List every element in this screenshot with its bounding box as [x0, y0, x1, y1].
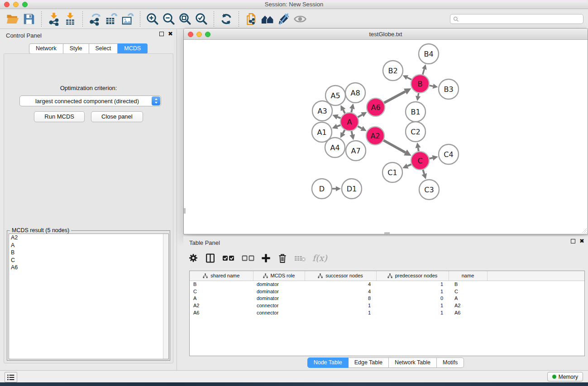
node-A7[interactable]: A7 — [346, 141, 366, 161]
table-row[interactable]: Bdominator41B — [190, 281, 585, 288]
export-image-button[interactable] — [120, 11, 136, 27]
edge-arrow-C-C2[interactable] — [416, 143, 421, 148]
network-canvas-area[interactable]: AA1A2A3A4A5A6A7A8BB1B2B3B4CC1C2C3C4DD1 — [184, 40, 588, 234]
table-row[interactable]: A6connector11A6 — [190, 309, 585, 316]
column-header-MCDS-role[interactable]: MCDS role — [253, 271, 305, 281]
deselect-all-button[interactable] — [241, 251, 255, 265]
float-table-panel-icon[interactable] — [571, 239, 575, 243]
node-A6[interactable]: A6 — [367, 98, 385, 116]
close-table-panel-icon[interactable]: ✖ — [579, 239, 584, 243]
node-D[interactable]: D — [312, 179, 332, 199]
zoom-selected-button[interactable] — [193, 11, 210, 27]
network-window-titlebar[interactable]: testGlobe.txt — [184, 29, 588, 40]
column-header-shared-name[interactable]: shared name — [190, 271, 253, 281]
run-mcds-button[interactable]: Run MCDS — [34, 111, 85, 122]
node-C1[interactable]: C1 — [382, 162, 402, 182]
edge-arrow-B-B3[interactable] — [433, 84, 438, 89]
mcds-result-list: A2ABCA6 — [9, 234, 169, 359]
node-C[interactable]: C — [411, 152, 429, 170]
column-header-name[interactable]: name — [449, 271, 487, 281]
function-builder-button[interactable]: f(x) — [312, 251, 327, 265]
node-C3[interactable]: C3 — [419, 180, 439, 200]
close-panel-icon[interactable]: ✖ — [168, 32, 173, 36]
show-graphics-details-button[interactable] — [292, 11, 308, 27]
tab-network-table[interactable]: Network Table — [389, 357, 437, 368]
tab-motifs[interactable]: Motifs — [437, 357, 464, 368]
column-header-successor-nodes[interactable]: successor nodes — [305, 271, 376, 281]
select-all-button[interactable] — [222, 251, 235, 265]
edge-arrow-D-D1[interactable] — [336, 186, 341, 191]
column-header-predecessor-nodes[interactable]: predecessor nodes — [376, 271, 449, 281]
mcds-result-item[interactable]: A2 — [9, 234, 168, 242]
tab-style[interactable]: Style — [63, 43, 89, 54]
edge-arrow-C-C4[interactable] — [432, 155, 438, 161]
network-graph[interactable]: AA1A2A3A4A5A6A7A8BB1B2B3B4CC1C2C3C4DD1 — [184, 40, 588, 234]
table-row[interactable]: A2connector11A2 — [190, 302, 585, 309]
node-A4[interactable]: A4 — [325, 138, 345, 157]
float-panel-icon[interactable] — [159, 32, 164, 36]
main-toolbar — [0, 9, 588, 29]
memory-button[interactable]: Memory — [547, 372, 583, 381]
node-D1[interactable]: D1 — [342, 179, 362, 199]
search-input[interactable] — [459, 15, 583, 23]
mcds-result-item[interactable]: C — [9, 257, 168, 264]
node-A2[interactable]: A2 — [366, 127, 384, 145]
table-options-button[interactable] — [188, 251, 199, 265]
mcds-result-item[interactable]: A6 — [9, 264, 168, 272]
zoom-in-button[interactable] — [144, 11, 161, 27]
edge-arrow-C-C3[interactable] — [422, 173, 427, 179]
save-session-button[interactable] — [21, 11, 37, 27]
table-row[interactable]: Cdominator41C — [190, 288, 585, 295]
edge-arrow-A-A7[interactable] — [349, 134, 355, 140]
export-network-button[interactable] — [87, 11, 103, 27]
task-history-button[interactable] — [5, 372, 17, 382]
node-B2[interactable]: B2 — [383, 61, 403, 81]
node-C2[interactable]: C2 — [406, 122, 425, 142]
hide-annotations-button[interactable] — [276, 11, 292, 27]
memory-status-icon — [552, 375, 556, 379]
search-field[interactable] — [450, 14, 583, 24]
node-B1[interactable]: B1 — [406, 102, 425, 122]
import-table-button[interactable] — [62, 11, 78, 27]
zoom-out-button[interactable] — [161, 11, 177, 27]
svg-text:D: D — [319, 185, 325, 193]
node-B[interactable]: B — [411, 75, 429, 93]
clone-network-button[interactable] — [243, 11, 259, 27]
export-table-button[interactable] — [103, 11, 120, 27]
mcds-list-scrollbar[interactable] — [163, 234, 168, 359]
svg-text:A1: A1 — [317, 128, 326, 137]
node-table[interactable]: shared nameMCDS rolesuccessor nodesprede… — [190, 271, 585, 316]
tab-edge-table[interactable]: Edge Table — [349, 357, 389, 368]
create-column-button[interactable] — [261, 251, 271, 265]
node-B4[interactable]: B4 — [419, 44, 439, 64]
node-B3[interactable]: B3 — [439, 79, 459, 99]
node-A5[interactable]: A5 — [325, 86, 345, 105]
apply-layout-button[interactable] — [218, 11, 234, 27]
table-row[interactable]: Adominator80A — [190, 295, 585, 302]
tab-network[interactable]: Network — [29, 43, 63, 54]
table-header-row[interactable]: shared nameMCDS rolesuccessor nodesprede… — [190, 271, 585, 281]
node-A8[interactable]: A8 — [345, 83, 365, 103]
zoom-fit-button[interactable] — [177, 11, 193, 27]
edge-arrow-B-B4[interactable] — [422, 64, 427, 70]
edge-arrow-A-A8[interactable] — [349, 104, 355, 110]
node-A[interactable]: A — [340, 113, 359, 131]
open-session-button[interactable] — [5, 11, 21, 27]
node-C4[interactable]: C4 — [439, 144, 459, 164]
import-table-icon — [63, 12, 77, 26]
close-panel-button[interactable]: Close panel — [91, 111, 143, 122]
mcds-result-item[interactable]: B — [9, 249, 168, 257]
delete-column-button[interactable] — [277, 251, 288, 265]
delete-table-button[interactable] — [294, 251, 306, 265]
import-network-button[interactable] — [46, 11, 62, 27]
tab-mcds[interactable]: MCDS — [118, 43, 148, 54]
resize-grip-icon[interactable] — [580, 227, 587, 234]
tab-select[interactable]: Select — [89, 43, 118, 54]
tab-node-table[interactable]: Node Table — [307, 357, 349, 368]
svg-text:B: B — [418, 80, 423, 88]
optimization-criterion-dropdown[interactable]: largest connected component (directed) — [19, 95, 161, 106]
show-column-panel-button[interactable] — [205, 251, 216, 265]
open-cybrowser-button[interactable] — [259, 11, 276, 27]
edge-arrow-B-B1[interactable] — [416, 96, 421, 101]
mcds-result-item[interactable]: A — [9, 242, 168, 249]
